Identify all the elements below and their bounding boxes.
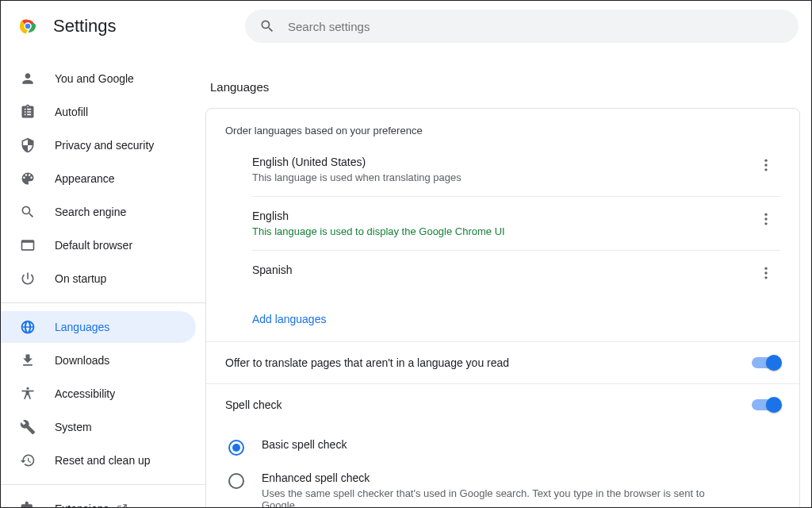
add-languages-button[interactable]: Add languages (206, 300, 799, 341)
spellcheck-toggle-row: Spell check (206, 383, 799, 425)
restore-icon (20, 452, 36, 468)
sidebar-item-label: Languages (55, 321, 109, 333)
sidebar-item-downloads[interactable]: Downloads (1, 344, 196, 376)
spellcheck-toggle-label: Spell check (225, 398, 752, 411)
sidebar-item-languages[interactable]: Languages (1, 311, 196, 343)
sidebar-item-appearance[interactable]: Appearance (1, 163, 196, 194)
sidebar-item-label: Privacy and security (55, 139, 154, 152)
svg-point-7 (764, 217, 767, 220)
search-icon (259, 18, 275, 34)
shield-icon (20, 137, 36, 153)
svg-point-5 (764, 168, 767, 171)
language-row: English (United States) This language is… (252, 143, 780, 197)
svg-point-4 (764, 164, 767, 166)
radio-basic-spellcheck[interactable]: Basic spell check (228, 432, 780, 465)
svg-point-6 (764, 214, 767, 216)
language-subtitle: This language is used to display the Goo… (252, 225, 752, 237)
sidebar-item-label: Appearance (55, 172, 115, 185)
clipboard-icon (20, 104, 36, 120)
languages-card: Order languages based on your preference… (205, 108, 800, 508)
sidebar-item-autofill[interactable]: Autofill (1, 96, 196, 128)
sidebar: You and Google Autofill Privacy and secu… (1, 52, 205, 508)
language-row: Spanish (252, 251, 780, 300)
svg-point-1 (25, 24, 30, 29)
translate-toggle-switch[interactable] (752, 357, 780, 368)
sidebar-item-label: System (55, 421, 92, 433)
language-more-button[interactable] (752, 205, 780, 233)
spellcheck-toggle-switch[interactable] (752, 399, 780, 410)
svg-point-9 (764, 267, 767, 270)
sidebar-item-search-engine[interactable]: Search engine (1, 196, 196, 228)
sidebar-item-label: On startup (55, 272, 106, 285)
radio-icon (228, 473, 244, 489)
more-vert-icon (758, 157, 774, 173)
sidebar-item-label: Search engine (55, 206, 126, 218)
radio-icon (228, 440, 244, 456)
browser-icon (20, 237, 36, 253)
sidebar-divider (1, 484, 205, 485)
download-icon (20, 352, 36, 368)
page-title: Settings (53, 16, 237, 37)
sidebar-item-label: Autofill (55, 106, 88, 118)
sidebar-item-label: Accessibility (55, 387, 115, 400)
radio-sublabel: Uses the same spell checker that's used … (262, 487, 706, 508)
sidebar-item-label: Downloads (55, 354, 109, 367)
sidebar-item-privacy[interactable]: Privacy and security (1, 129, 196, 161)
language-name: Spanish (252, 264, 752, 276)
extension-icon (20, 501, 36, 508)
sidebar-item-label: You and Google (55, 72, 134, 85)
sidebar-item-extensions[interactable]: Extensions (1, 493, 196, 508)
spellcheck-radio-group: Basic spell check Enhanced spell check U… (206, 425, 799, 508)
person-icon (20, 71, 36, 87)
palette-icon (20, 171, 36, 187)
globe-icon (20, 319, 36, 335)
chrome-logo-icon (18, 17, 37, 36)
section-title-languages: Languages (210, 80, 800, 94)
sidebar-item-accessibility[interactable]: Accessibility (1, 378, 196, 410)
language-subtitle: This language is used when translating p… (252, 171, 752, 183)
more-vert-icon (758, 265, 774, 281)
translate-toggle-row: Offer to translate pages that aren't in … (206, 341, 799, 383)
svg-point-8 (764, 222, 767, 225)
sidebar-item-label: Default browser (55, 239, 132, 252)
translate-toggle-label: Offer to translate pages that aren't in … (225, 356, 752, 369)
radio-label: Enhanced spell check (262, 471, 706, 484)
radio-enhanced-spellcheck[interactable]: Enhanced spell check Uses the same spell… (228, 465, 780, 508)
sidebar-item-you-google[interactable]: You and Google (1, 63, 196, 94)
sidebar-item-reset[interactable]: Reset and clean up (1, 444, 196, 476)
search-input[interactable] (288, 20, 784, 33)
search-icon (20, 204, 36, 220)
language-more-button[interactable] (752, 259, 780, 287)
language-more-button[interactable] (752, 151, 780, 179)
open-external-icon (117, 503, 128, 508)
language-row: English This language is used to display… (252, 197, 780, 251)
svg-point-11 (764, 276, 767, 279)
order-languages-heading: Order languages based on your preference (206, 109, 799, 143)
language-name: English (252, 210, 752, 222)
sidebar-divider (1, 302, 205, 303)
sidebar-item-label: Reset and clean up (55, 454, 151, 467)
sidebar-item-default-browser[interactable]: Default browser (1, 229, 196, 261)
sidebar-item-on-startup[interactable]: On startup (1, 263, 196, 294)
svg-point-3 (764, 160, 767, 162)
sidebar-item-system[interactable]: System (1, 411, 196, 443)
sidebar-item-label: Extensions (55, 502, 109, 508)
power-icon (20, 271, 36, 287)
more-vert-icon (758, 211, 774, 227)
language-name: English (United States) (252, 156, 752, 168)
wrench-icon (20, 419, 36, 435)
accessibility-icon (20, 386, 36, 402)
svg-point-10 (764, 271, 767, 274)
search-settings-box[interactable] (245, 10, 799, 43)
radio-label: Basic spell check (262, 438, 347, 451)
